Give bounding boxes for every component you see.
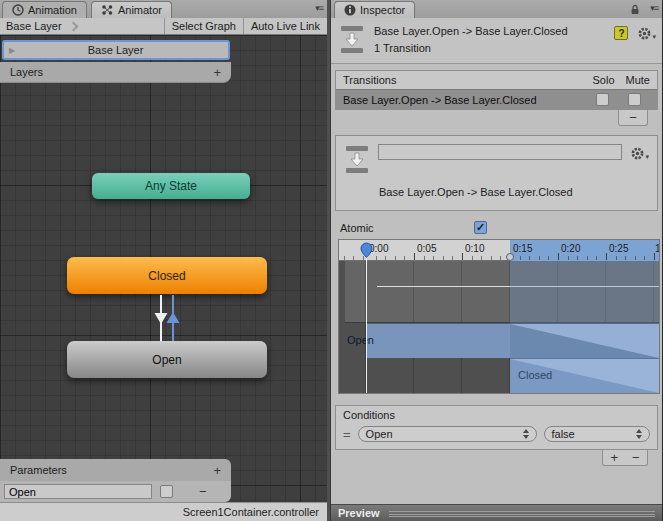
mute-label: Mute <box>626 74 650 86</box>
conditions-add-remove-tab: + − <box>602 450 648 466</box>
help-icon[interactable]: ? <box>614 26 628 40</box>
conditions-box: Conditions = Open false <box>335 405 658 450</box>
tick-label: 0:25 <box>609 243 628 254</box>
tick-label: 0:20 <box>561 243 580 254</box>
parameter-bool-checkbox[interactable] <box>160 485 173 498</box>
solo-label: Solo <box>593 74 615 86</box>
check-icon: ✓ <box>476 222 485 233</box>
transition-detail-box: ▾ Base Layer.Open -> Base Layer.Closed <box>335 135 658 211</box>
state-node-closed[interactable]: Closed <box>67 257 267 294</box>
transition-inspector-header: Base Layer.Open -> Base Layer.Closed 1 T… <box>331 18 662 64</box>
solo-checkbox[interactable] <box>596 93 609 106</box>
breadcrumb[interactable]: Base Layer <box>0 20 164 32</box>
remove-parameter-button[interactable]: − <box>199 485 207 498</box>
tick-label: 0:10 <box>465 243 484 254</box>
open-clip-bar[interactable] <box>367 323 510 358</box>
parameters-widget: Parameters + − <box>0 459 231 502</box>
transition-timeline[interactable]: Open Closed 0:00 <box>338 239 660 394</box>
clock-icon <box>12 4 24 16</box>
transitions-box-header: Transitions Solo Mute <box>336 71 657 89</box>
add-parameter-button[interactable]: + <box>213 464 221 477</box>
transition-region-highlight <box>510 261 659 393</box>
preview-resize-grip[interactable] <box>389 511 655 517</box>
info-icon <box>344 4 356 16</box>
arrowhead-down-icon <box>155 313 168 324</box>
arrowhead-up-icon <box>167 312 180 323</box>
add-layer-button[interactable]: + <box>213 66 221 79</box>
dropdown-arrows-icon <box>523 429 529 439</box>
parameters-header: Parameters + <box>0 459 231 481</box>
tab-inspector-label: Inspector <box>360 4 405 16</box>
preview-bar[interactable]: Preview <box>331 504 662 521</box>
state-machine-graph[interactable]: ▶ Base Layer Layers + Any State Closed O… <box>0 35 327 502</box>
timeline-body: Open Closed <box>339 261 659 393</box>
condition-value-dropdown[interactable]: false <box>544 426 651 442</box>
ruler-tick <box>558 253 559 260</box>
dropdown-arrows-icon <box>636 429 642 439</box>
add-condition-button[interactable]: + <box>610 451 618 464</box>
tab-inspector[interactable]: Inspector <box>334 1 415 18</box>
animator-panel: Animation Animator ▾≡ Base Layer Select … <box>0 0 330 521</box>
open-bar-label: Open <box>347 323 374 357</box>
layers-header: Layers + <box>0 62 231 83</box>
transition-row-checkboxes <box>596 93 650 106</box>
animator-tabbar: Animation Animator ▾≡ <box>0 0 327 18</box>
conditions-footer: + − <box>335 450 658 466</box>
mute-checkbox[interactable] <box>628 93 641 106</box>
breadcrumb-label: Base Layer <box>6 20 62 32</box>
transition-icon <box>339 24 365 55</box>
transition-list-row[interactable]: Base Layer.Open -> Base Layer.Closed <box>336 89 657 109</box>
inspector-tabbar: Inspector ▾≡ <box>331 0 662 18</box>
playhead-pin[interactable] <box>358 242 375 259</box>
remove-condition-button[interactable]: − <box>632 451 640 464</box>
timeline-ruler[interactable]: 0:00 0:05 0:10 0:15 0:20 0:25 1:00 <box>339 240 659 261</box>
pane-menu-icon[interactable]: ▾≡ <box>650 3 658 13</box>
transition-title: Base Layer.Open -> Base Layer.Closed <box>374 25 605 37</box>
preview-title: Preview <box>338 507 380 519</box>
atomic-checkbox[interactable]: ✓ <box>474 221 487 234</box>
layer-row-label: Base Layer <box>15 44 228 56</box>
transitions-title: Transitions <box>343 74 396 86</box>
ruler-tick <box>606 253 607 260</box>
tab-animator-label: Animator <box>118 4 162 16</box>
tick-label: 1:00 <box>655 243 660 254</box>
unity-editor-window: Animation Animator ▾≡ Base Layer Select … <box>0 0 663 521</box>
transition-detail-label: Base Layer.Open -> Base Layer.Closed <box>379 186 649 198</box>
animator-icon <box>101 4 114 16</box>
remove-transition-tab: − <box>618 110 648 126</box>
ruler-minor-ticks <box>339 256 659 260</box>
parameter-name-input[interactable] <box>4 484 152 499</box>
state-node-any-state[interactable]: Any State <box>92 173 250 199</box>
conditions-title: Conditions <box>343 409 395 421</box>
lock-icon[interactable] <box>630 4 640 15</box>
transition-settings-button[interactable]: ▾ <box>630 146 649 161</box>
atomic-row: Atomic ✓ <box>340 221 662 234</box>
transition-arrows[interactable] <box>140 295 200 341</box>
conditions-box-header: Conditions <box>336 406 657 424</box>
transition-start-handle[interactable] <box>506 253 514 261</box>
tab-animation-label: Animation <box>28 4 77 16</box>
transition-name-input[interactable] <box>378 144 622 160</box>
remove-transition-button[interactable]: − <box>629 111 637 124</box>
context-menu-button[interactable]: ▾ <box>637 26 656 63</box>
animator-toolbar: Base Layer Select Graph Auto Live Link <box>0 18 327 35</box>
layers-header-label: Layers <box>10 66 213 78</box>
solo-mute-labels: Solo Mute <box>593 74 651 86</box>
inspector-body: Base Layer.Open -> Base Layer.Closed 1 T… <box>331 18 662 521</box>
atomic-label: Atomic <box>340 222 474 234</box>
state-node-open[interactable]: Open <box>67 341 267 378</box>
drag-handle-icon[interactable]: = <box>343 427 351 442</box>
auto-live-link-button[interactable]: Auto Live Link <box>243 18 327 34</box>
tab-animation[interactable]: Animation <box>2 1 87 18</box>
select-graph-button[interactable]: Select Graph <box>164 18 243 34</box>
ruler-tick <box>654 253 655 260</box>
condition-parameter-dropdown[interactable]: Open <box>358 426 537 442</box>
ruler-tick <box>462 253 463 260</box>
inspector-panel: Inspector ▾≡ Base Layer.Open -> Base Lay… <box>330 0 662 521</box>
layer-row-base-layer[interactable]: ▶ Base Layer <box>2 40 230 60</box>
pane-menu-icon[interactable]: ▾≡ <box>315 3 323 13</box>
transition-count: 1 Transition <box>374 42 605 54</box>
ruler-tick <box>414 253 415 260</box>
tab-animator[interactable]: Animator <box>91 1 172 18</box>
inspector-titles: Base Layer.Open -> Base Layer.Closed 1 T… <box>374 24 605 63</box>
